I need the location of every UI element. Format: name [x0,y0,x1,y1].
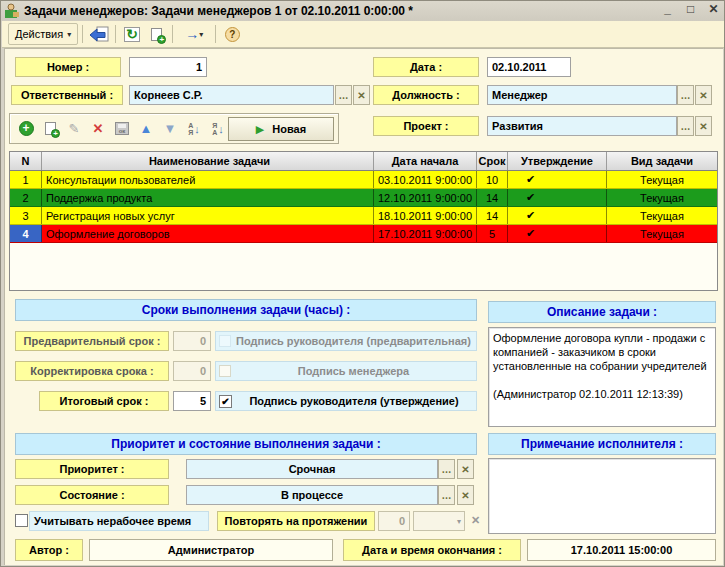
copy-document-button[interactable]: + [144,23,168,45]
table-row[interactable]: 3 Регистрация новых услуг 18.10.2011 9:0… [10,207,717,225]
sort-asc-icon: АЯ ↓ [188,122,200,136]
priority-clear-button[interactable]: ✕ [457,459,474,479]
titlebar: Задачи менеджеров: Задачи менеджеров 1 о… [1,1,725,21]
approval-sign-checkbox[interactable]: ✔ [219,395,232,408]
row-number-cell[interactable]: 3 [10,207,42,224]
save-icon [89,26,109,43]
final-term-input[interactable]: 5 [173,391,211,411]
move-up-button[interactable]: ▲ [134,118,158,140]
maximize-button[interactable]: □ [682,2,699,18]
sort-desc-button[interactable]: ЯА ↓ [206,118,230,140]
author-label: Автор : [15,539,83,561]
copy-row-button[interactable]: + [38,118,62,140]
header-cell-kind[interactable]: Вид задачи [607,152,717,170]
task-kind-cell[interactable]: Текущая [607,171,717,188]
responsible-clear-button[interactable]: ✕ [353,85,370,105]
table-row-selected[interactable]: 4 Оформление договоров 17.10.2011 9:00:0… [10,225,717,243]
table-row[interactable]: 2 Поддержка продукта 12.10.2011 9:00:00 … [10,189,717,207]
executor-note-textarea[interactable] [488,458,716,534]
project-label: Проект : [373,116,479,136]
responsible-pick-button[interactable]: … [335,85,352,105]
repeat-unit-combo: ▾ [413,511,465,531]
start-date-cell[interactable]: 18.10.2011 9:00:00 [374,207,477,224]
correction-term-input: 0 [173,361,211,381]
move-down-button[interactable]: ▼ [158,118,182,140]
toolbar-separator [82,25,83,43]
edit-row-button[interactable]: ✎ [62,118,86,140]
plus-icon: + [51,129,60,138]
header-cell-term[interactable]: Срок [477,152,508,170]
project-field[interactable]: Развития [487,116,677,136]
table-row[interactable]: 1 Консультации пользователей 03.10.2011 … [10,171,717,189]
go-to-button[interactable]: → ▾ [177,23,211,45]
new-task-button[interactable]: ▶ Новая [228,117,334,141]
task-name-cell[interactable]: Консультации пользователей [42,171,374,188]
save-button[interactable] [87,23,111,45]
position-field[interactable]: Менеджер [487,85,677,105]
header-cell-approved[interactable]: Утверждение [508,152,607,170]
toolbar-separator [115,25,116,43]
manager-sign-checkbox [219,365,231,377]
term-cell[interactable]: 5 [477,225,508,242]
approved-check-cell[interactable]: ✔ [508,225,607,242]
offtime-checkbox-label[interactable]: Учитывать нерабочее время [29,511,209,531]
state-field[interactable]: В процессе [186,485,438,505]
term-cell[interactable]: 14 [477,189,508,206]
description-section-header: Описание задачи : [488,301,716,323]
help-button[interactable]: ? [220,23,244,45]
task-kind-cell[interactable]: Текущая [607,189,717,206]
header-cell-name[interactable]: Наименование задачи [42,152,374,170]
task-description-textarea[interactable]: Оформление договора купли - продажи с ко… [488,327,716,427]
refresh-button[interactable]: ↻ [120,23,144,45]
state-label: Состояние : [15,485,169,505]
actions-label: Действия [15,28,63,40]
state-clear-button[interactable]: ✕ [457,485,474,505]
responsible-field[interactable]: Корнеев С.Р. [129,85,334,105]
position-label: Должность : [373,85,479,105]
project-pick-button[interactable]: … [677,116,694,136]
priority-pick-button[interactable]: … [438,459,455,479]
add-row-button[interactable]: + [14,118,38,140]
actions-menu-button[interactable]: Действия ▾ [8,23,78,45]
approved-check-cell[interactable]: ✔ [508,189,607,206]
list-toolbar: + + ✎ ✕ ок ▲ ▼ АЯ ↓ ЯА ↓ [9,113,339,144]
number-input[interactable]: 1 [129,57,207,77]
number-label: Номер : [15,57,121,77]
task-name-cell[interactable]: Поддержка продукта [42,189,374,206]
preliminary-sign-label: Подпись руководителя (предварительная) [231,335,476,347]
correction-term-label: Корректировка срока : [15,361,169,381]
row-number-cell[interactable]: 2 [10,189,42,206]
row-number-cell[interactable]: 4 [10,225,42,242]
task-kind-cell[interactable]: Текущая [607,225,717,242]
header-cell-n[interactable]: N [10,152,42,170]
task-kind-cell[interactable]: Текущая [607,207,717,224]
date-input[interactable]: 02.10.2011 [487,57,571,77]
row-number-cell[interactable]: 1 [10,171,42,188]
minimize-button[interactable]: _ [659,2,676,18]
chevron-down-icon: ▾ [199,30,203,39]
start-date-cell[interactable]: 03.10.2011 9:00:00 [374,171,477,188]
state-pick-button[interactable]: … [438,485,455,505]
priority-section-header: Приоритет и состояние выполнения задачи … [15,433,477,455]
task-name-cell[interactable]: Регистрация новых услуг [42,207,374,224]
delete-row-button[interactable]: ✕ [86,118,110,140]
header-cell-start[interactable]: Дата начала [374,152,477,170]
refresh-icon: ↻ [124,27,140,42]
priority-field[interactable]: Срочная [186,459,438,479]
position-pick-button[interactable]: … [677,85,694,105]
term-cell[interactable]: 14 [477,207,508,224]
sort-desc-icon: ЯА ↓ [212,122,224,136]
close-button[interactable]: ✕ [705,2,722,18]
project-clear-button[interactable]: ✕ [695,116,712,136]
sort-asc-button[interactable]: АЯ ↓ [182,118,206,140]
position-clear-button[interactable]: ✕ [695,85,712,105]
preliminary-term-input: 0 [173,331,211,351]
start-date-cell[interactable]: 17.10.2011 9:00:00 [374,225,477,242]
offtime-checkbox[interactable] [15,514,28,527]
start-date-cell[interactable]: 12.10.2011 9:00:00 [374,189,477,206]
approved-check-cell[interactable]: ✔ [508,171,607,188]
approved-check-cell[interactable]: ✔ [508,207,607,224]
task-name-cell[interactable]: Оформление договоров [42,225,374,242]
end-edit-button[interactable]: ок [110,118,134,140]
term-cell[interactable]: 10 [477,171,508,188]
